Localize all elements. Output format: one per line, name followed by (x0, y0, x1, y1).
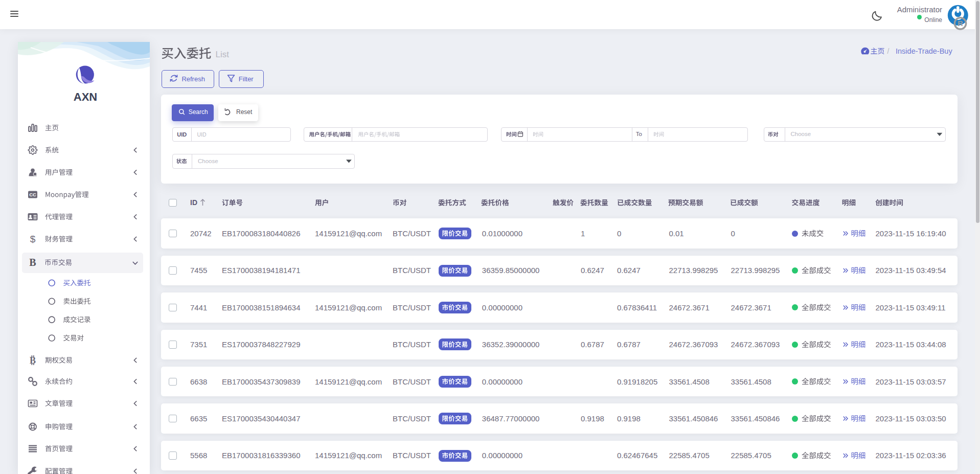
svg-text:CC: CC (29, 192, 36, 197)
svg-text:B: B (29, 257, 36, 268)
svg-text:$: $ (30, 234, 36, 244)
svg-text:B: B (30, 355, 36, 366)
svg-text:R: R (958, 19, 963, 28)
